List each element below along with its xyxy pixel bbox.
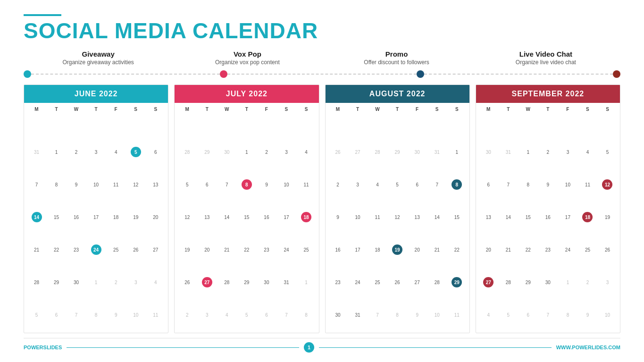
day-cell: 22: [53, 244, 59, 255]
day-cell-wrapper: 4: [368, 168, 387, 201]
day-cell: 2: [114, 277, 118, 287]
day-cell: 25: [113, 244, 119, 255]
day-cell-wrapper: 31: [427, 136, 447, 168]
day-cell: 3: [134, 277, 138, 287]
day-cell-wrapper: 30: [538, 266, 558, 298]
day-cell: 1: [566, 277, 570, 287]
day-cell-wrapper: 3: [558, 136, 577, 168]
day-cell: 8: [55, 179, 59, 190]
day-cell: 30: [73, 277, 79, 287]
day-cell-wrapper: 12: [598, 168, 617, 201]
day-cell-wrapper: 23: [328, 266, 348, 298]
day-cell: 27: [202, 277, 212, 287]
day-cell-wrapper: 9: [106, 299, 125, 331]
day-cell: 12: [394, 212, 401, 222]
day-cell-wrapper: 26: [598, 234, 617, 266]
day-cell-wrapper: 8: [296, 299, 316, 331]
day-cell: 4: [586, 147, 590, 157]
day-cell: 27: [152, 244, 159, 255]
day-cell: 3: [284, 147, 288, 157]
day-cell-wrapper: 26: [328, 136, 348, 168]
category-desc-giveaway: Organize giveaway activities: [24, 59, 173, 66]
timeline-dot-livevideo: [613, 70, 620, 78]
day-cell-wrapper: 8: [558, 299, 577, 331]
category-desc-voxpop: Organize vox pop content: [173, 59, 322, 66]
day-cell: 31: [505, 147, 511, 157]
calendar-september2022: SEPTEMBER 2022MTWTFSS3031123456789101112…: [476, 84, 620, 333]
day-cell: 8: [304, 310, 308, 320]
day-cell-wrapper: 16: [257, 201, 276, 233]
day-cell-wrapper: 23: [538, 234, 558, 266]
day-cell-wrapper: 20: [479, 234, 498, 266]
day-cell: 12: [602, 179, 612, 190]
calendar-june2022: JUNE 2022MTWTFSS311234567891011121314151…: [24, 84, 168, 333]
day-cell-wrapper: 29: [47, 266, 66, 298]
day-cell: 24: [565, 244, 571, 255]
day-cell: 31: [354, 310, 360, 320]
day-cell-wrapper: 24: [86, 234, 106, 266]
calendar-august2022: AUGUST 2022MTWTFSS2627282930311234567891…: [325, 84, 470, 333]
day-cell-wrapper: 4: [296, 136, 316, 168]
day-cell-wrapper: 1: [296, 266, 316, 298]
day-cell: 5: [245, 310, 249, 320]
day-cell-wrapper: 21: [499, 234, 518, 266]
calendar-grid-september2022: MTWTFSS303112345678910111213141516171819…: [476, 103, 620, 333]
category-title-voxpop: Vox Pop: [173, 50, 322, 58]
day-cell-wrapper: 26: [388, 266, 407, 298]
day-cell-wrapper: 2: [328, 168, 348, 201]
day-cell-wrapper: 19: [126, 201, 145, 233]
day-cell-wrapper: 6: [257, 299, 276, 331]
day-cell-wrapper: 10: [598, 299, 617, 331]
day-cell-wrapper: 19: [177, 234, 197, 266]
day-cell: 16: [545, 212, 551, 222]
day-cell-wrapper: 15: [447, 201, 467, 233]
day-header-label: S: [447, 105, 467, 135]
day-cell-wrapper: 9: [578, 299, 597, 331]
day-cell-wrapper: 31: [27, 136, 46, 168]
timeline-dash-1: [227, 74, 416, 75]
day-header-label: T: [348, 105, 368, 135]
day-cell: 8: [94, 310, 98, 320]
day-cell-wrapper: 13: [408, 201, 427, 233]
day-cell-wrapper: 22: [447, 234, 467, 266]
day-cell-wrapper: 27: [479, 266, 498, 298]
day-cell-wrapper: 3: [598, 266, 617, 298]
day-cell: 6: [205, 179, 209, 190]
day-cell-wrapper: 29: [197, 136, 217, 168]
day-cell: 16: [73, 212, 79, 222]
day-cell-wrapper: 28: [177, 136, 197, 168]
timeline-inner: [24, 70, 620, 78]
day-cell-wrapper: 19: [388, 234, 407, 266]
day-cell-wrapper: 6: [197, 168, 217, 201]
day-cell-wrapper: 5: [499, 299, 518, 331]
day-cell: 18: [301, 212, 311, 222]
footer-power: POWER: [24, 345, 43, 350]
day-cell: 21: [33, 244, 40, 255]
day-cell: 25: [585, 244, 591, 255]
day-cell-wrapper: 6: [146, 136, 165, 168]
day-cell: 9: [336, 212, 340, 222]
day-cell: 15: [525, 212, 531, 222]
day-cell-wrapper: 22: [47, 234, 66, 266]
day-cell-wrapper: 29: [447, 266, 467, 298]
day-header-label: T: [237, 105, 256, 135]
day-cell: 7: [507, 179, 510, 190]
footer-brand-left: POWERSLIDES: [24, 345, 62, 350]
day-cell-wrapper: 28: [217, 266, 236, 298]
day-cell: 14: [224, 212, 230, 222]
day-cell: 23: [335, 277, 341, 287]
day-header-label: W: [67, 105, 86, 135]
day-cell: 8: [452, 179, 462, 190]
day-cell-wrapper: 6: [408, 168, 427, 201]
footer-line-left: [67, 347, 299, 348]
day-cell: 11: [152, 310, 159, 320]
day-cell: 15: [243, 212, 250, 222]
day-cell-wrapper: 9: [538, 168, 558, 201]
category-promo: Promo Offer discount to followers: [322, 50, 471, 66]
day-cell-wrapper: 9: [328, 201, 348, 233]
day-header-label: S: [578, 105, 597, 135]
day-cell: 4: [154, 277, 158, 287]
day-cell-wrapper: 17: [558, 201, 577, 233]
day-cell-wrapper: 16: [538, 201, 558, 233]
day-cell-wrapper: 23: [257, 234, 276, 266]
